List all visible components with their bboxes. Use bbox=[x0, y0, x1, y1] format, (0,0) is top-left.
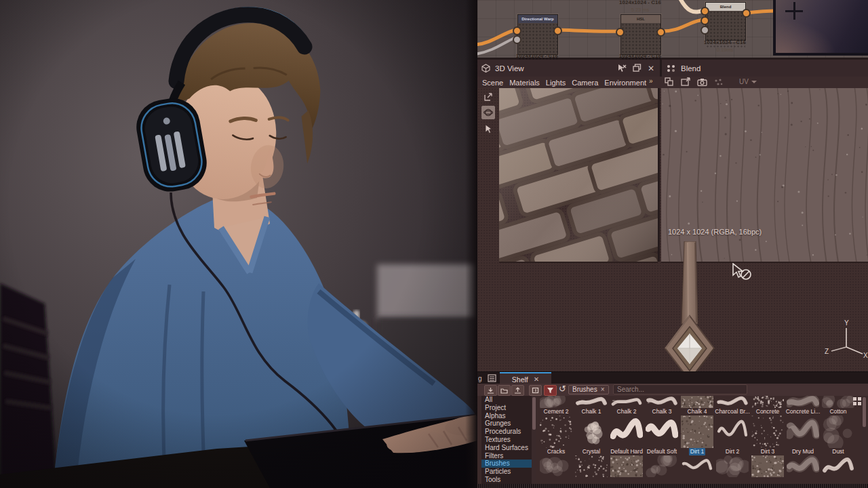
brush-chalk-4[interactable]: Chalk 4 bbox=[679, 396, 715, 415]
menu-item-lights[interactable]: Lights bbox=[546, 79, 566, 87]
orbit-camera-tool-button[interactable] bbox=[481, 106, 495, 119]
brush-grid-scrollbar[interactable] bbox=[862, 396, 867, 484]
brush-crystal[interactable]: Crystal bbox=[574, 415, 609, 455]
shelf-export-button[interactable] bbox=[511, 385, 524, 396]
shelf-category-list: AllProjectAlphasGrungesProceduralsTextur… bbox=[481, 396, 532, 484]
viewport-area[interactable]: 1024 x 1024 (RGBA, 16bpc) bbox=[477, 88, 868, 371]
brush-item[interactable] bbox=[821, 455, 856, 477]
chip-close-icon[interactable]: × bbox=[601, 386, 605, 394]
brush-item[interactable] bbox=[609, 455, 644, 477]
brush-thumbnail bbox=[822, 415, 854, 448]
shelf-import-button[interactable] bbox=[484, 385, 497, 396]
expand-view-icon[interactable] bbox=[484, 92, 493, 101]
brush-default-soft[interactable]: Default Soft bbox=[644, 415, 679, 455]
node-input-port[interactable] bbox=[701, 26, 709, 35]
menu-item-scene[interactable]: Scene bbox=[482, 79, 503, 87]
category-all[interactable]: All bbox=[481, 396, 532, 404]
brush-item[interactable] bbox=[574, 455, 609, 477]
brush-item[interactable] bbox=[715, 455, 750, 477]
node-title: Blend bbox=[706, 3, 745, 11]
category-procedurals[interactable]: Procedurals bbox=[481, 428, 532, 436]
node-input-port[interactable] bbox=[701, 16, 709, 25]
brush-dirt-1[interactable]: Dirt 1 bbox=[679, 415, 715, 455]
node-input-port[interactable] bbox=[513, 35, 521, 44]
float-window-icon[interactable] bbox=[633, 64, 642, 72]
brush-default-hard[interactable]: Default Hard bbox=[609, 415, 644, 455]
brush-charcoal-br-[interactable]: Charcoal Br... bbox=[715, 396, 750, 415]
panel-divider[interactable] bbox=[658, 88, 660, 262]
node-hsl[interactable]: HSL bbox=[620, 14, 661, 55]
brush-item[interactable] bbox=[538, 455, 574, 477]
brush-dirt-2[interactable]: Dirt 2 bbox=[715, 415, 750, 455]
node-caption: 1024x1024 - C16 bbox=[684, 39, 766, 45]
category-particles[interactable]: Particles bbox=[481, 468, 532, 476]
close-panel-icon[interactable]: ✕ bbox=[648, 64, 654, 73]
category-scrollbar[interactable] bbox=[532, 396, 536, 484]
brush-thumbnail bbox=[787, 415, 819, 448]
category-brushes[interactable]: Brushes bbox=[481, 460, 532, 468]
menu-item-environment[interactable]: Environment bbox=[604, 79, 646, 87]
brush-chalk-3[interactable]: Chalk 3 bbox=[644, 396, 679, 415]
thumbnail-size-icon[interactable] bbox=[853, 397, 861, 405]
menu-item-camera[interactable]: Camera bbox=[572, 79, 598, 87]
brush-chalk-2[interactable]: Chalk 2 bbox=[609, 396, 644, 415]
filter-chip-brushes[interactable]: Brushes × bbox=[568, 385, 609, 394]
menu-item-materials[interactable]: Materials bbox=[509, 79, 540, 87]
brush-dust[interactable]: Dust bbox=[821, 415, 856, 455]
shelf-folder-button[interactable] bbox=[498, 385, 511, 396]
node-output-port[interactable] bbox=[656, 28, 665, 37]
camera-icon[interactable] bbox=[697, 78, 707, 86]
tab-close-icon[interactable]: ✕ bbox=[534, 375, 539, 383]
clipped-tab-fragment[interactable]: g bbox=[478, 375, 484, 382]
category-project[interactable]: Project bbox=[481, 404, 532, 412]
filter-button[interactable] bbox=[544, 385, 557, 396]
brush-item[interactable] bbox=[785, 455, 821, 477]
node-directional-warp[interactable]: Directional Warp bbox=[517, 14, 558, 55]
shelf-list-icon[interactable] bbox=[488, 374, 496, 382]
category-alphas[interactable]: Alphas bbox=[481, 412, 532, 420]
node-input-port[interactable] bbox=[616, 28, 625, 37]
brush-label: Dirt 3 bbox=[760, 448, 776, 455]
node-input-port[interactable] bbox=[701, 7, 709, 16]
brush-thumbnail bbox=[681, 396, 713, 408]
scatter-icon[interactable] bbox=[714, 78, 723, 86]
select-cursor-icon[interactable] bbox=[484, 124, 492, 134]
shelf-dock-button[interactable] bbox=[529, 385, 542, 396]
category-grunges[interactable]: Grunges bbox=[481, 420, 532, 428]
layers-icon[interactable] bbox=[665, 77, 674, 86]
category-hard-surfaces[interactable]: Hard Surfaces bbox=[481, 444, 532, 452]
node-graph-panel[interactable]: Directional Warp HSL Blend 1024x1024 - C… bbox=[477, 0, 868, 60]
view2d-header: Blend bbox=[662, 60, 868, 77]
folder-icon bbox=[500, 387, 508, 394]
node-output-port[interactable] bbox=[553, 26, 562, 35]
export-image-icon[interactable] bbox=[681, 77, 690, 86]
brush-item[interactable] bbox=[750, 455, 785, 477]
brush-thumbnail bbox=[787, 396, 819, 408]
node-output-port[interactable] bbox=[742, 9, 751, 18]
node-blend[interactable]: Blend bbox=[705, 2, 746, 41]
category-tools[interactable]: Tools bbox=[481, 476, 532, 484]
brush-concrete[interactable]: Concrete bbox=[750, 396, 785, 415]
brush-cracks[interactable]: Cracks bbox=[538, 415, 574, 455]
brush-item[interactable] bbox=[644, 455, 679, 477]
brush-chalk-1[interactable]: Chalk 1 bbox=[574, 396, 609, 415]
view2d-texture-viewport[interactable]: 1024 x 1024 (RGBA, 16bpc) bbox=[661, 88, 868, 263]
pick-tool-icon[interactable] bbox=[617, 64, 627, 73]
brush-thumbnail bbox=[540, 415, 572, 448]
category-textures[interactable]: Textures bbox=[481, 436, 532, 444]
undo-filter-icon[interactable]: ↺ bbox=[559, 384, 566, 394]
uv-mode-dropdown[interactable]: UV bbox=[739, 78, 757, 85]
brush-dry-mud[interactable]: Dry Mud bbox=[785, 415, 821, 455]
node-input-port[interactable] bbox=[513, 26, 521, 35]
brush-concrete-li-[interactable]: Concrete Li... bbox=[785, 396, 821, 415]
brush-cement-2[interactable]: Cement 2 bbox=[538, 396, 574, 415]
sword-pommel-mesh[interactable] bbox=[662, 241, 719, 374]
brush-grid: Cement 2Chalk 1Chalk 2Chalk 3Chalk 4Char… bbox=[538, 396, 859, 477]
brush-cotton[interactable]: Cotton bbox=[821, 396, 856, 415]
shelf-search-input[interactable] bbox=[613, 384, 747, 394]
brush-item[interactable] bbox=[679, 455, 715, 477]
brush-dirt-3[interactable]: Dirt 3 bbox=[750, 415, 785, 455]
menu-overflow-chevron[interactable]: » bbox=[649, 77, 653, 85]
view3d-material-viewport[interactable] bbox=[499, 88, 658, 263]
category-filters[interactable]: Filters bbox=[481, 452, 532, 460]
